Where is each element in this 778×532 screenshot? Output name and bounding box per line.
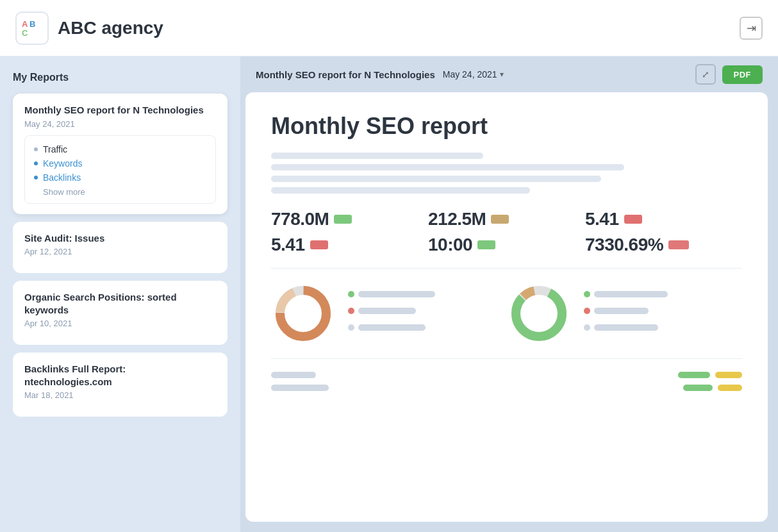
report-card-backlinks-full[interactable]: Backlinks Full Report: ntechnologies.com… bbox=[13, 353, 228, 417]
skeleton-line-1 bbox=[271, 153, 483, 159]
metric-item-4: 5.41 bbox=[271, 235, 428, 255]
app-body: My Reports Monthly SEO report for N Tech… bbox=[0, 56, 778, 532]
subitem-bullet-keywords bbox=[34, 162, 38, 165]
legend-row-1c bbox=[348, 324, 507, 331]
report-header-title: Monthly SEO report for N Technologies bbox=[256, 69, 435, 80]
divider-2 bbox=[271, 358, 742, 359]
report-date-text: May 24, 2021 bbox=[443, 69, 497, 79]
report-panel: Monthly SEO report 778.0M 212.5M bbox=[245, 92, 768, 522]
subitem-bullet-backlinks bbox=[34, 176, 38, 179]
chevron-down-icon: ▾ bbox=[500, 70, 504, 79]
legend-dot-gray-2 bbox=[584, 324, 590, 331]
sidebar: My Reports Monthly SEO report for N Tech… bbox=[0, 56, 240, 532]
report-header-left: Monthly SEO report for N Technologies Ma… bbox=[256, 69, 504, 80]
expand-button[interactable]: ⤢ bbox=[695, 64, 716, 85]
metric-item-3: 5.41 bbox=[585, 209, 742, 229]
subitem-label-backlinks: Backlinks bbox=[43, 172, 81, 183]
metric-value-2: 212.5M bbox=[428, 209, 486, 229]
report-card-date-organic: Apr 10, 2021 bbox=[24, 319, 216, 328]
legend-bar-1b bbox=[358, 308, 416, 314]
legend-dot-red bbox=[348, 308, 354, 314]
metric-value-3: 5.41 bbox=[585, 209, 619, 229]
report-card-date-backlinks: Mar 18, 2021 bbox=[24, 390, 216, 400]
report-card-organic-search[interactable]: Organic Search Positions: sorted keyword… bbox=[13, 281, 228, 345]
report-card-title: Monthly SEO report for N Technologies bbox=[24, 104, 216, 117]
subitem-label-keywords: Keywords bbox=[43, 158, 82, 169]
table-right-bars-2 bbox=[683, 385, 742, 391]
app-logo: A B C bbox=[15, 12, 49, 45]
legend-row-2c bbox=[584, 324, 743, 331]
skeleton-lines bbox=[271, 153, 742, 194]
report-main-title: Monthly SEO report bbox=[271, 113, 742, 140]
metric-badge-5 bbox=[477, 240, 495, 249]
table-row-1 bbox=[271, 372, 742, 378]
legend-bar-2a bbox=[594, 291, 668, 297]
subitem-label-traffic: Traffic bbox=[43, 144, 67, 154]
metric-item-6: 7330.69% bbox=[585, 235, 742, 255]
legend-bar-2b bbox=[594, 308, 649, 314]
metric-item-1: 778.0M bbox=[271, 209, 428, 229]
subitem-keywords[interactable]: Keywords bbox=[34, 156, 206, 170]
metric-badge-1 bbox=[334, 215, 352, 224]
subitem-backlinks[interactable]: Backlinks bbox=[34, 170, 206, 185]
legend-row-1a bbox=[348, 291, 507, 297]
sidebar-title: My Reports bbox=[13, 72, 228, 83]
legend-dot-green-2 bbox=[584, 291, 590, 297]
metric-value-5: 10:00 bbox=[428, 235, 472, 255]
legend-bar-2c bbox=[594, 324, 658, 331]
report-card-monthly-seo[interactable]: Monthly SEO report for N Technologies Ma… bbox=[13, 94, 228, 214]
exit-icon: ⇥ bbox=[747, 21, 756, 35]
svg-text:C: C bbox=[22, 28, 28, 38]
header-left: A B C ABC agency bbox=[15, 12, 163, 45]
donut-section-1 bbox=[271, 281, 507, 345]
metric-value-6: 7330.69% bbox=[585, 235, 663, 255]
main-content: Monthly SEO report for N Technologies Ma… bbox=[240, 56, 778, 532]
table-bar-yellow-2 bbox=[718, 385, 742, 391]
legend-row-2a bbox=[584, 291, 743, 297]
app-title: ABC agency bbox=[58, 18, 163, 38]
report-header-bar: Monthly SEO report for N Technologies Ma… bbox=[240, 56, 778, 92]
report-card-title-site-audit: Site Audit: Issues bbox=[24, 232, 216, 245]
metric-item-2: 212.5M bbox=[428, 209, 585, 229]
metric-value-1: 778.0M bbox=[271, 209, 329, 229]
metric-badge-4 bbox=[310, 240, 328, 249]
metric-badge-3 bbox=[624, 215, 642, 224]
legend-row-2b bbox=[584, 308, 743, 314]
exit-button[interactable]: ⇥ bbox=[740, 17, 763, 40]
report-card-title-organic: Organic Search Positions: sorted keyword… bbox=[24, 291, 216, 316]
report-subitems: Traffic Keywords Backlinks Show more bbox=[24, 135, 216, 204]
skeleton-line-3 bbox=[271, 176, 601, 182]
show-more-link[interactable]: Show more bbox=[34, 185, 206, 197]
svg-text:B: B bbox=[29, 19, 35, 29]
donut-legend-2 bbox=[584, 291, 743, 336]
legend-bar-1a bbox=[358, 291, 435, 297]
app-header: A B C ABC agency ⇥ bbox=[0, 0, 778, 56]
expand-icon: ⤢ bbox=[702, 69, 709, 79]
donut-chart-2 bbox=[507, 281, 571, 345]
legend-dot-gray bbox=[348, 324, 354, 331]
donut-row bbox=[271, 281, 742, 345]
legend-dot-red-2 bbox=[584, 308, 590, 314]
report-date-selector[interactable]: May 24, 2021 ▾ bbox=[443, 69, 504, 79]
table-right-bars-1 bbox=[678, 372, 742, 378]
donut-chart-1 bbox=[271, 281, 335, 345]
table-left-bar-2 bbox=[271, 385, 329, 391]
subitem-bullet-traffic bbox=[34, 147, 38, 151]
table-row-2 bbox=[271, 385, 742, 391]
legend-bar-1c bbox=[358, 324, 426, 331]
table-left-bar-1 bbox=[271, 372, 316, 378]
pdf-button[interactable]: PDF bbox=[722, 65, 763, 84]
table-bar-green-2 bbox=[683, 385, 713, 391]
table-preview bbox=[271, 372, 742, 391]
skeleton-line-2 bbox=[271, 164, 624, 170]
divider-1 bbox=[271, 268, 742, 269]
donut-section-2 bbox=[507, 281, 743, 345]
metrics-row-2: 5.41 10:00 7330.69% bbox=[271, 235, 742, 255]
skeleton-line-4 bbox=[271, 187, 530, 194]
report-card-date-site-audit: Apr 12, 2021 bbox=[24, 247, 216, 256]
legend-dot-green bbox=[348, 291, 354, 297]
metric-badge-6 bbox=[668, 240, 689, 249]
subitem-traffic[interactable]: Traffic bbox=[34, 142, 206, 156]
report-card-site-audit[interactable]: Site Audit: Issues Apr 12, 2021 bbox=[13, 222, 228, 274]
metric-value-4: 5.41 bbox=[271, 235, 305, 255]
